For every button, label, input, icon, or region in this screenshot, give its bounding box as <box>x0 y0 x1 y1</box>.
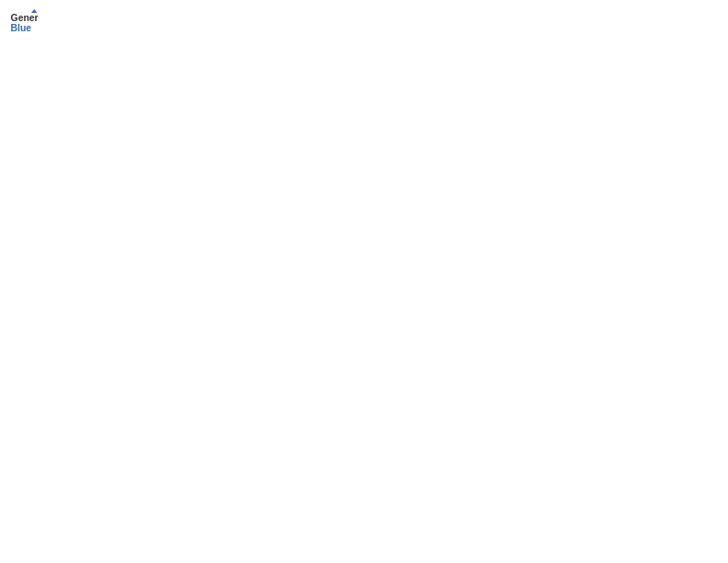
svg-marker-2 <box>31 9 37 13</box>
logo-icon: General Blue <box>9 9 39 35</box>
logo: General Blue <box>9 9 39 35</box>
svg-text:Blue: Blue <box>11 23 32 33</box>
svg-text:General: General <box>11 13 39 23</box>
page-header: General Blue <box>9 9 719 35</box>
